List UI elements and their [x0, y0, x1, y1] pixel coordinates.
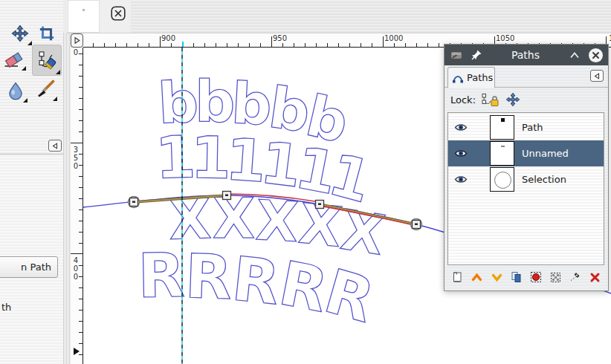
path-row[interactable]: Path: [448, 114, 604, 140]
path-thumbnail[interactable]: [490, 167, 514, 192]
pin-icon[interactable]: [471, 49, 482, 61]
ruler-tick: [79, 310, 83, 311]
ruler-tick: [79, 120, 83, 121]
thumbnail-mark: [494, 172, 511, 189]
duplicate-icon: [511, 271, 522, 283]
ruler-tick: [79, 221, 83, 221]
tool-paintbrush[interactable]: [33, 77, 58, 102]
eye-icon: [454, 149, 468, 158]
tab-paths[interactable]: Paths: [447, 67, 495, 88]
ruler-tick: [149, 43, 149, 47]
ruler-tick: [394, 43, 395, 47]
ruler-tick: [405, 43, 406, 47]
stroke-path-button[interactable]: [569, 270, 583, 285]
ruler-tick: [79, 98, 83, 99]
ruler-tick: [349, 43, 350, 47]
ruler-tick: [79, 332, 83, 333]
toolbox: [0, 0, 63, 154]
path-thumbnail[interactable]: [490, 115, 514, 140]
paths-list: Path Unnamed Selection: [447, 112, 604, 265]
path-name[interactable]: Path: [522, 122, 543, 133]
visibility-toggle[interactable]: [448, 149, 473, 158]
thumbnail-mark: [501, 146, 505, 147]
ruler-tick: [372, 43, 372, 47]
tool-flyout-triangle: [53, 97, 57, 101]
ruler-tick: [79, 232, 83, 233]
ruler-tick: [160, 36, 161, 47]
ruler-tick: [238, 43, 239, 47]
ruler-label: 900: [161, 34, 175, 42]
dialog-tab-row: Paths: [444, 65, 608, 88]
eye-icon: [454, 123, 468, 132]
tab-menu-button[interactable]: [590, 70, 604, 82]
ruler-corner-button[interactable]: [71, 33, 83, 48]
ruler-tick: [216, 43, 216, 47]
ruler-tick: [204, 43, 205, 47]
tool-options-panel: n Path th: [0, 154, 64, 364]
chevron-left-icon: [51, 142, 59, 150]
paths-dialog: Paths Paths Lock: Path: [444, 44, 609, 291]
eye-icon: [454, 175, 468, 184]
ruler-label: 0: [72, 48, 80, 56]
paths-dialog-titlebar[interactable]: Paths: [444, 45, 608, 65]
tool-crop[interactable]: [34, 21, 59, 46]
toolbox-collapse-button[interactable]: [48, 140, 62, 152]
ruler-tick: [79, 131, 83, 132]
arrow-down-icon: [491, 272, 502, 283]
ruler-label: 950: [273, 34, 287, 42]
ruler-tick: [427, 43, 428, 47]
raise-path-button[interactable]: [470, 270, 484, 285]
tool-blur[interactable]: [3, 78, 28, 103]
visibility-toggle[interactable]: [448, 123, 473, 132]
ruler-tick: [71, 253, 83, 254]
path-row[interactable]: Unnamed: [448, 140, 604, 166]
new-path-button[interactable]: [450, 270, 465, 285]
tool-flyout-triangle: [56, 70, 60, 74]
ruler-tick: [282, 43, 283, 47]
ruler-tick: [439, 43, 439, 47]
dialog-title: Paths: [482, 49, 569, 61]
ruler-tick: [79, 187, 83, 188]
ruler-tick: [79, 343, 83, 344]
path-row[interactable]: Selection: [448, 166, 604, 192]
dock-separator-groove: [66, 33, 70, 364]
ruler-tick: [79, 198, 83, 199]
chevron-up-icon[interactable]: [569, 51, 581, 59]
delete-path-button[interactable]: [588, 270, 602, 285]
path-thumbnail[interactable]: [490, 141, 514, 166]
ruler-tick: [138, 43, 138, 47]
gimp-window: bbbbb111111XXXXXRRRRR: [0, 0, 611, 364]
play-triangle-icon: [72, 36, 82, 45]
image-tab[interactable]: [67, 0, 131, 33]
lower-path-button[interactable]: [490, 270, 504, 285]
selection-to-path-button[interactable]: [549, 270, 563, 285]
vertical-ruler[interactable]: 0350400: [71, 48, 83, 364]
paths-dialog-footer: [449, 267, 604, 287]
thumbnail-mark: [83, 9, 85, 11]
crop-icon: [39, 25, 55, 42]
path-to-selection-button[interactable]: [529, 270, 543, 285]
ruler-label: 400: [72, 256, 80, 281]
ruler-tick: [383, 36, 384, 47]
ruler-tick: [227, 43, 227, 47]
lock-position-icon[interactable]: [505, 92, 520, 107]
dialog-close-icon[interactable]: [588, 48, 604, 63]
ruler-tick: [361, 43, 361, 47]
tab-close-button[interactable]: [111, 6, 126, 21]
tool-eraser[interactable]: [1, 46, 27, 71]
ruler-tick: [305, 43, 306, 47]
tool-flyout-triangle: [22, 66, 26, 71]
tool-move[interactable]: [7, 21, 33, 46]
visibility-toggle[interactable]: [448, 175, 473, 184]
ruler-tick: [79, 87, 83, 88]
tool-flyout-triangle: [28, 41, 32, 45]
ruler-tick: [338, 43, 339, 47]
selection-from-path-button[interactable]: n Path: [0, 256, 58, 278]
duplicate-path-button[interactable]: [509, 270, 523, 285]
lock-path-icon[interactable]: [482, 93, 500, 107]
paths-icon: [452, 73, 464, 83]
ruler-tick: [79, 287, 83, 288]
path-name[interactable]: Unnamed: [522, 148, 569, 159]
tool-ink[interactable]: [32, 45, 62, 76]
path-name[interactable]: Selection: [522, 174, 566, 185]
